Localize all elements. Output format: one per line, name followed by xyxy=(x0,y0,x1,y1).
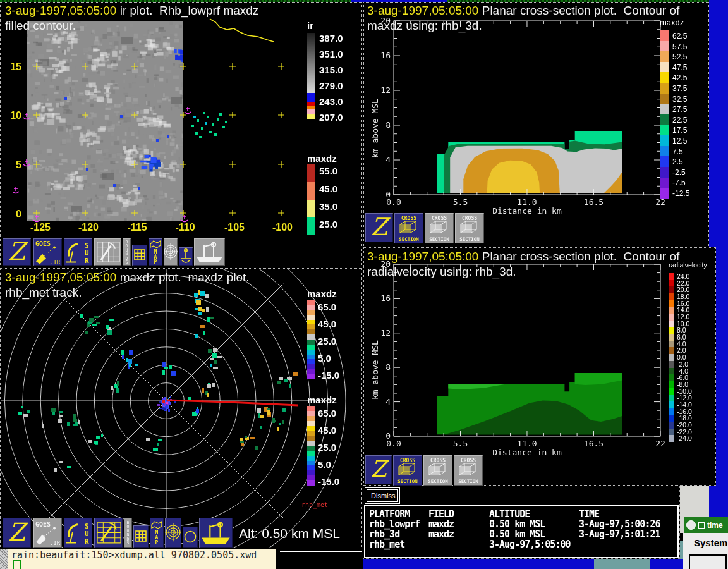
cross-button[interactable]: CROSSSECTION xyxy=(423,455,452,486)
xs-maxdz-colorbar-value: 32.5 xyxy=(672,95,687,104)
xs-rv-colorbar-value: -24.0 xyxy=(677,434,692,442)
bounds-button[interactable]: BOUNDS xyxy=(123,238,131,266)
ship-button[interactable] xyxy=(194,238,225,266)
x-tick-label: -125 xyxy=(23,222,58,233)
table-cell: maxdz xyxy=(428,529,454,540)
goes-button[interactable]: GOES.IR xyxy=(33,518,62,548)
satellite-ir-image[interactable] xyxy=(27,21,183,221)
bounds-button[interactable]: BOUNDS xyxy=(124,518,132,548)
goes-button[interactable]: GOES.IR xyxy=(33,238,62,266)
xs-maxdz-colorbar-value: 2.5 xyxy=(672,157,683,166)
grid-button[interactable] xyxy=(133,525,149,548)
svg-text:GOES: GOES xyxy=(35,240,51,247)
system-window-box xyxy=(689,554,727,569)
svg-text:S: S xyxy=(126,260,128,265)
window-iconify-icon[interactable] xyxy=(698,522,705,529)
ppi-colorbar-value: 45.0 xyxy=(318,319,336,329)
x-tick-label: -110 xyxy=(168,222,202,233)
ir-colorbar-value: 315.0 xyxy=(319,64,343,75)
xs-maxdz-colorbar-value: -2.5 xyxy=(672,168,686,177)
window-menu-icon[interactable] xyxy=(686,520,696,530)
maxdz-colorbar-label: maxdz xyxy=(307,153,337,164)
gridradar-button[interactable] xyxy=(94,238,121,266)
dismiss-button[interactable]: Dismiss xyxy=(367,489,398,502)
time-window-title: time xyxy=(707,521,723,530)
ppi-panel-title2: rhb_met track. xyxy=(5,286,82,300)
table-cell: 3-Aug-97,5:01:21 xyxy=(579,529,660,540)
ppi-colorbar-value: 5.0 xyxy=(318,459,331,470)
maxdz-colorbar-value: 45.0 xyxy=(319,183,337,194)
svg-text:CROSS: CROSS xyxy=(462,216,477,221)
cross-button[interactable]: CROSSSECTION xyxy=(393,455,422,486)
xs-bottom-title2: radialvelocity using: rhb_3d. xyxy=(367,265,516,279)
cross-button[interactable]: CROSSSECTION xyxy=(425,213,454,243)
ppi-display[interactable] xyxy=(13,297,300,541)
ppi-colorbar-2 xyxy=(307,406,315,486)
cross-button[interactable]: CROSSSECTION xyxy=(455,213,484,243)
circle-button[interactable] xyxy=(183,527,198,548)
ppi-colorbar-value: 25.0 xyxy=(318,336,336,346)
svg-text:SECTION: SECTION xyxy=(397,479,418,484)
ir-colorbar-label: ir xyxy=(307,20,313,31)
svg-text:CROSS: CROSS xyxy=(432,216,447,221)
ppi-colorbar-value: 25.0 xyxy=(318,442,336,453)
maxdz-colorbar xyxy=(307,164,315,235)
ir-colorbar-value: 351.0 xyxy=(319,49,343,59)
svg-text:SECTION: SECTION xyxy=(429,236,449,242)
z-button[interactable]: Z xyxy=(3,518,31,548)
map-button[interactable]: MAP xyxy=(150,518,164,548)
xs-maxdz-colorbar-value: 57.5 xyxy=(672,42,687,51)
cross-button[interactable]: CROSSSECTION xyxy=(454,455,483,486)
ship-button[interactable] xyxy=(199,518,233,548)
xs-maxdz-colorbar-value: -12.5 xyxy=(672,189,689,198)
xs-maxdz-colorbar-label: maxdz xyxy=(660,18,684,27)
svg-text:CROSS: CROSS xyxy=(401,216,416,221)
sur-button[interactable]: SUR xyxy=(64,238,92,266)
ppi-colorbar-1-label: maxdz xyxy=(307,288,337,299)
xs-top-title: 3-aug-1997,05:05:00 Planar cross-section… xyxy=(367,4,679,18)
terminal-window[interactable]: rain:beaufait:150>xdump.all 970802.0505.… xyxy=(8,549,276,569)
gridradar-button[interactable] xyxy=(94,518,123,548)
y-tick-label: 5 xyxy=(4,159,21,171)
ir-colorbar-value: 279.0 xyxy=(319,80,343,91)
xs-maxdz-colorbar-value: 52.5 xyxy=(672,52,687,61)
bottom-teal-strip xyxy=(594,559,650,569)
map-button[interactable]: MAP xyxy=(149,238,162,266)
terminal-cursor xyxy=(13,560,21,569)
table-cell: rhb_met xyxy=(369,539,404,550)
xs-maxdz-colorbar-value: 62.5 xyxy=(672,32,687,40)
maxdz-cross-section-plot[interactable] xyxy=(394,21,660,195)
time-window-titlebar[interactable]: time xyxy=(684,517,728,533)
xs-maxdz-colorbar-value: 27.5 xyxy=(672,105,687,114)
svg-text:SECTION: SECTION xyxy=(399,236,419,242)
terminal-scrollbar[interactable] xyxy=(0,549,8,569)
xs-maxdz-colorbar-value: 17.5 xyxy=(672,126,687,135)
x-tick-label: -105 xyxy=(217,222,252,233)
ir-colorbar-value: 207.0 xyxy=(319,112,343,123)
svg-text:Z: Z xyxy=(370,455,389,482)
xs-maxdz-colorbar-value: 42.5 xyxy=(672,73,687,82)
z-button[interactable]: Z xyxy=(365,455,392,484)
buoy-button[interactable] xyxy=(179,247,193,266)
x-tick-label: -115 xyxy=(120,222,154,233)
maxdz-colorbar-value: 55.0 xyxy=(319,166,337,176)
xs-bottom-title: 3-aug-1997,05:05:00 Planar cross-section… xyxy=(367,250,679,264)
z-button[interactable]: Z xyxy=(3,238,31,266)
svg-text:CROSS: CROSS xyxy=(461,458,476,463)
svg-text:R: R xyxy=(85,537,89,546)
z-button[interactable]: Z xyxy=(365,213,393,242)
sur-button[interactable]: SUR xyxy=(64,518,92,548)
xs-top-title2: maxdz using: rhb_3d. xyxy=(367,19,482,33)
svg-text:SECTION: SECTION xyxy=(459,236,480,242)
svg-text:Z: Z xyxy=(8,518,28,546)
rings-button[interactable] xyxy=(165,518,181,548)
xs-rv-colorbar xyxy=(669,273,674,442)
grid-button[interactable] xyxy=(132,245,147,266)
ir-colorbar-value: 387.0 xyxy=(319,33,343,44)
xs-bottom-time: 3-aug-1997,05:05:00 xyxy=(367,250,478,263)
rings-button[interactable] xyxy=(164,238,178,266)
ppi-colorbar-value: 5.0 xyxy=(318,353,331,364)
radialvelocity-cross-section-plot[interactable] xyxy=(394,264,660,436)
data-available-window: Dismiss PLATFORMFIELDALTITUDETIMErhb_low… xyxy=(363,486,680,559)
cross-button[interactable]: CROSSSECTION xyxy=(394,213,423,243)
